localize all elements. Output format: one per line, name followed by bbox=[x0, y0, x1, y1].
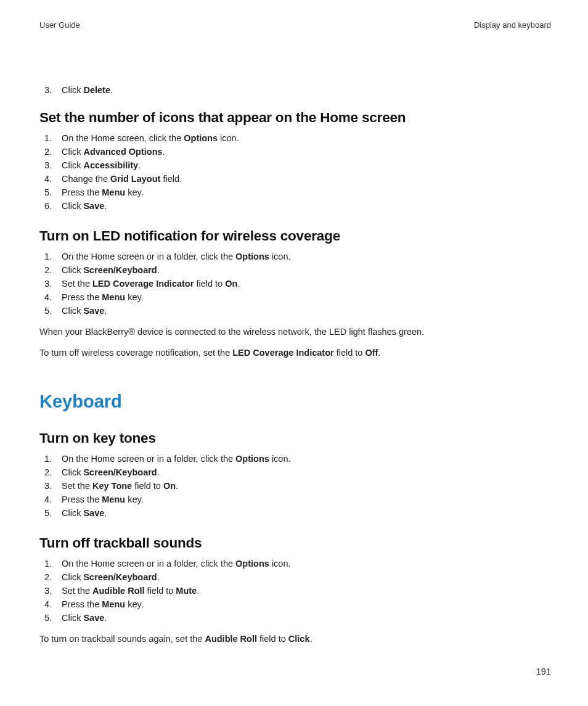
text-fragment: Press the bbox=[62, 599, 102, 609]
text-fragment: Menu bbox=[102, 599, 125, 609]
text-fragment: Audible Roll bbox=[92, 586, 145, 596]
text-fragment: field to bbox=[194, 279, 225, 289]
text-fragment: . bbox=[378, 348, 380, 358]
text-fragment: . bbox=[110, 85, 113, 95]
step-item: Press the Menu key. bbox=[39, 186, 551, 199]
text-fragment: Click bbox=[62, 201, 83, 211]
text-fragment: . bbox=[163, 147, 165, 157]
header-right: Display and keyboard bbox=[474, 20, 551, 30]
step-item: Press the Menu key. bbox=[39, 291, 551, 303]
paragraph: To turn off wireless coverage notificati… bbox=[39, 347, 551, 359]
text-fragment: Advanced Options bbox=[83, 147, 162, 157]
step-list-continued: Click Delete. bbox=[39, 84, 551, 96]
text-fragment: Click bbox=[62, 85, 83, 95]
page-content: Click Delete.Set the number of icons tha… bbox=[39, 84, 551, 645]
text-fragment: On the Home screen or in a folder, click… bbox=[62, 454, 235, 464]
section: Turn on LED notification for wireless co… bbox=[39, 228, 551, 359]
text-fragment: icon. bbox=[269, 559, 291, 568]
text-fragment: Delete bbox=[83, 85, 110, 95]
text-fragment: Click bbox=[62, 508, 83, 518]
text-fragment: icon. bbox=[269, 454, 291, 464]
step-item: Click Accessibility. bbox=[39, 159, 551, 171]
step-item: Press the Menu key. bbox=[39, 598, 551, 610]
step-item: On the Home screen or in a folder, click… bbox=[39, 250, 551, 263]
text-fragment: . bbox=[138, 160, 141, 170]
section-heading: Set the number of icons that appear on t… bbox=[39, 110, 551, 126]
text-fragment: On the Home screen, click the bbox=[62, 133, 184, 143]
text-fragment: Mute bbox=[176, 586, 197, 596]
step-item: Click Delete. bbox=[39, 84, 551, 96]
text-fragment: Press the bbox=[62, 292, 102, 302]
section: Turn on key tonesOn the Home screen or i… bbox=[39, 430, 551, 519]
text-fragment: Screen/Keyboard bbox=[83, 467, 157, 477]
section-heading: Turn off trackball sounds bbox=[39, 535, 551, 551]
text-fragment: Press the bbox=[62, 495, 102, 504]
text-fragment: Click bbox=[62, 572, 83, 582]
text-fragment: Options bbox=[235, 252, 269, 261]
text-fragment: Set the bbox=[62, 586, 92, 596]
section-heading: Turn on key tones bbox=[39, 430, 551, 446]
text-fragment: Options bbox=[184, 133, 218, 143]
step-item: On the Home screen, click the Options ic… bbox=[39, 132, 551, 144]
text-fragment: Options bbox=[235, 559, 269, 568]
text-fragment: Click bbox=[62, 306, 83, 316]
text-fragment: Click bbox=[62, 467, 83, 477]
text-fragment: . bbox=[157, 265, 160, 275]
text-fragment: Menu bbox=[102, 187, 125, 197]
text-fragment: Save bbox=[83, 613, 104, 623]
text-fragment: Save bbox=[83, 306, 104, 316]
text-fragment: Change the bbox=[62, 174, 110, 184]
step-item: Set the Key Tone field to On. bbox=[39, 480, 551, 492]
text-fragment: . bbox=[157, 467, 160, 477]
step-item: Click Save. bbox=[39, 200, 551, 212]
text-fragment: icon. bbox=[269, 252, 291, 261]
text-fragment: . bbox=[157, 572, 160, 582]
text-fragment: key. bbox=[125, 187, 144, 197]
step-item: Click Screen/Keyboard. bbox=[39, 571, 551, 583]
step-item: Press the Menu key. bbox=[39, 493, 551, 506]
text-fragment: On the Home screen or in a folder, click… bbox=[62, 252, 235, 261]
text-fragment: Screen/Keyboard bbox=[83, 572, 157, 582]
text-fragment: Save bbox=[83, 201, 104, 211]
text-fragment: Key Tone bbox=[92, 481, 132, 491]
text-fragment: Click bbox=[62, 147, 83, 157]
text-fragment: To turn on trackball sounds again, set t… bbox=[39, 634, 205, 644]
text-fragment: . bbox=[176, 481, 178, 491]
text-fragment: Click bbox=[288, 634, 310, 644]
text-fragment: . bbox=[104, 613, 107, 623]
text-fragment: Options bbox=[235, 454, 269, 464]
paragraph: When your BlackBerry® device is connecte… bbox=[39, 326, 551, 338]
text-fragment: On bbox=[163, 481, 176, 491]
step-item: Click Save. bbox=[39, 507, 551, 519]
step-item: Click Screen/Keyboard. bbox=[39, 466, 551, 478]
text-fragment: Menu bbox=[102, 292, 125, 302]
step-item: Click Screen/Keyboard. bbox=[39, 264, 551, 276]
text-fragment: key. bbox=[125, 495, 144, 504]
chapter-heading: Keyboard bbox=[39, 392, 551, 412]
page-number: 191 bbox=[536, 667, 551, 676]
step-list: On the Home screen or in a folder, click… bbox=[39, 453, 551, 519]
text-fragment: . bbox=[309, 634, 312, 644]
text-fragment: To turn off wireless coverage notificati… bbox=[39, 348, 232, 358]
text-fragment: key. bbox=[125, 292, 144, 302]
text-fragment: field to bbox=[132, 481, 163, 491]
text-fragment: When your BlackBerry® device is connecte… bbox=[39, 327, 424, 337]
text-fragment: field to bbox=[257, 634, 288, 644]
text-fragment: Grid Layout bbox=[110, 174, 160, 184]
text-fragment: Screen/Keyboard bbox=[83, 265, 157, 275]
text-fragment: . bbox=[237, 279, 240, 289]
step-list: On the Home screen or in a folder, click… bbox=[39, 557, 551, 624]
text-fragment: icon. bbox=[218, 133, 239, 143]
step-item: Click Save. bbox=[39, 612, 551, 624]
step-list: On the Home screen or in a folder, click… bbox=[39, 250, 551, 317]
text-fragment: On bbox=[225, 279, 237, 289]
section: Turn off trackball soundsOn the Home scr… bbox=[39, 535, 551, 645]
step-item: Set the LED Coverage Indicator field to … bbox=[39, 277, 551, 290]
step-item: Set the Audible Roll field to Mute. bbox=[39, 585, 551, 597]
text-fragment: . bbox=[197, 586, 199, 596]
section-heading: Turn on LED notification for wireless co… bbox=[39, 228, 551, 244]
text-fragment: Accessibility bbox=[83, 160, 138, 170]
text-fragment: Menu bbox=[102, 495, 125, 504]
step-item: Change the Grid Layout field. bbox=[39, 173, 551, 185]
step-item: Click Advanced Options. bbox=[39, 146, 551, 158]
